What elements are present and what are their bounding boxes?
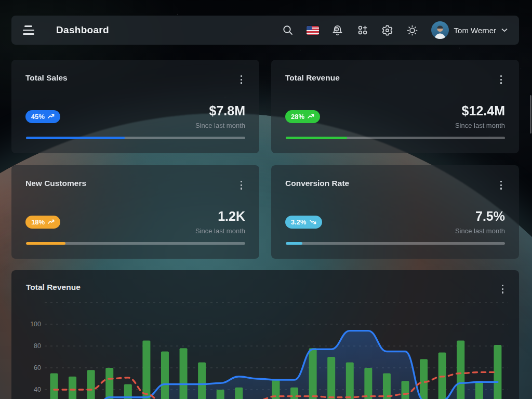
settings-gear-icon[interactable] [381, 24, 394, 36]
badge-label: 28% [291, 113, 304, 121]
notifications-bell-icon[interactable]: 2 [331, 24, 344, 36]
kebab-menu-button[interactable] [497, 179, 505, 192]
trending-up-icon [48, 219, 55, 224]
card-title: Total Sales [25, 73, 68, 83]
card-title: Total Revenue [285, 73, 340, 83]
menu-toggle-button[interactable] [23, 25, 36, 35]
progress-track [26, 242, 245, 245]
brightness-sun-icon[interactable] [406, 24, 419, 36]
progress-track [286, 137, 505, 139]
progress-fill [26, 242, 65, 245]
card-title: Conversion Rate [285, 179, 349, 188]
svg-text:2: 2 [336, 27, 338, 31]
search-icon[interactable] [282, 24, 294, 36]
scrollbar-thumb[interactable] [530, 95, 531, 134]
trending-down-icon [310, 219, 316, 224]
kebab-menu-button[interactable] [237, 179, 245, 192]
stat-value: $7.8M [195, 104, 245, 118]
trend-badge: 3.2% [285, 216, 322, 229]
chevron-down-icon [501, 28, 508, 32]
progress-fill [26, 137, 125, 139]
trending-up-icon [308, 114, 314, 119]
badge-label: 45% [31, 113, 45, 121]
stat-value: $12.4M [455, 104, 505, 118]
svg-text:100: 100 [30, 321, 41, 328]
revenue-combo-chart: 406080100 [11, 270, 519, 399]
stat-caption: Since last month [195, 122, 245, 129]
svg-text:80: 80 [34, 342, 41, 350]
navbar-actions: 2 [282, 21, 508, 39]
language-flag-us-icon[interactable] [307, 24, 319, 36]
trend-badge: 45% [25, 110, 60, 123]
svg-text:60: 60 [34, 364, 41, 371]
us-flag [307, 26, 319, 35]
svg-text:40: 40 [34, 386, 41, 393]
stat-caption: Since last month [455, 227, 505, 235]
kebab-menu-button[interactable] [237, 73, 245, 86]
stat-card-new-customers: New Customers 18% 1.2K Since last month [11, 165, 259, 259]
stat-caption: Since last month [195, 227, 245, 235]
badge-label: 18% [31, 218, 45, 226]
stat-caption: Since last month [455, 122, 505, 129]
stat-card-conversion-rate: Conversion Rate 3.2% 7.5% Since last mon… [271, 165, 519, 259]
progress-fill [286, 242, 302, 245]
trending-up-icon [48, 114, 55, 119]
progress-fill [286, 137, 347, 139]
apps-add-icon[interactable] [356, 24, 369, 36]
avatar [431, 21, 449, 39]
stat-value: 7.5% [455, 209, 505, 224]
page-title: Dashboard [56, 24, 109, 36]
stat-value: 1.2K [195, 209, 245, 224]
top-navbar: Dashboard 2 [11, 16, 519, 45]
trend-badge: 28% [285, 110, 320, 123]
trend-badge: 18% [25, 216, 60, 229]
progress-track [286, 242, 505, 245]
user-name: Tom Werner [454, 26, 496, 35]
progress-track [26, 137, 245, 139]
stat-card-total-revenue: Total Revenue 28% $12.4M Since last mont… [271, 60, 519, 153]
badge-label: 3.2% [291, 218, 307, 226]
card-title: New Customers [25, 179, 86, 188]
stat-card-total-sales: Total Sales 45% $7.8M Since last month [11, 60, 259, 153]
user-menu[interactable]: Tom Werner [431, 21, 508, 39]
revenue-chart-card: 406080100 Total Revenue [11, 270, 519, 399]
kebab-menu-button[interactable] [497, 73, 505, 86]
